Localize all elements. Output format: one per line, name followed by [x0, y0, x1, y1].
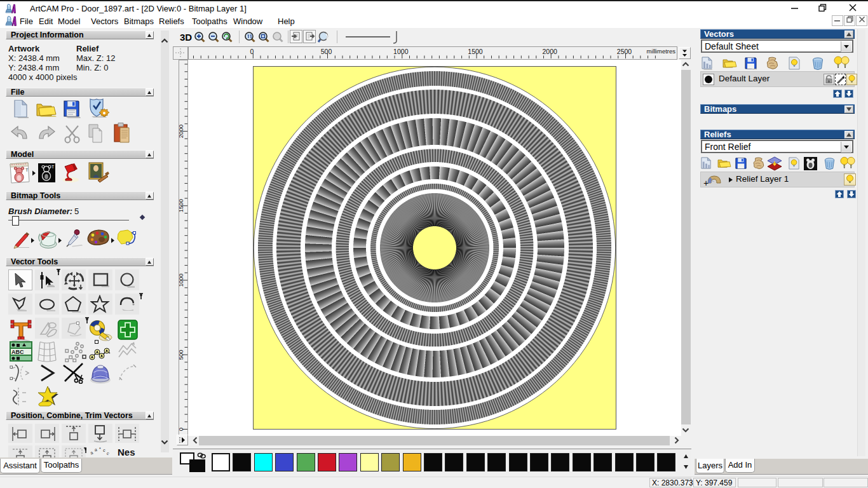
svg-text:2500: 2500	[617, 48, 632, 55]
svg-text:1000: 1000	[393, 48, 409, 55]
svg-text:2000: 2000	[543, 48, 558, 55]
svg-text:c: c	[103, 448, 107, 453]
svg-text:1500: 1500	[179, 199, 184, 212]
svg-text:1500: 1500	[468, 48, 483, 55]
svg-text:2000: 2000	[179, 125, 184, 138]
svg-text:500: 500	[179, 349, 184, 360]
svg-text:c: c	[106, 451, 111, 456]
svg-text:ABC: ABC	[11, 349, 24, 355]
svg-text:T: T	[51, 165, 55, 169]
svg-text:0: 0	[250, 48, 254, 55]
svg-text:a: a	[90, 450, 94, 455]
svg-text:a: a	[94, 447, 97, 452]
svg-text:T: T	[25, 168, 29, 172]
svg-text:*: *	[99, 447, 101, 451]
svg-text:millimetres: millimetres	[647, 48, 676, 55]
svg-text:500: 500	[321, 48, 332, 55]
svg-text:0: 0	[179, 428, 184, 431]
svg-text:1000: 1000	[179, 273, 184, 287]
